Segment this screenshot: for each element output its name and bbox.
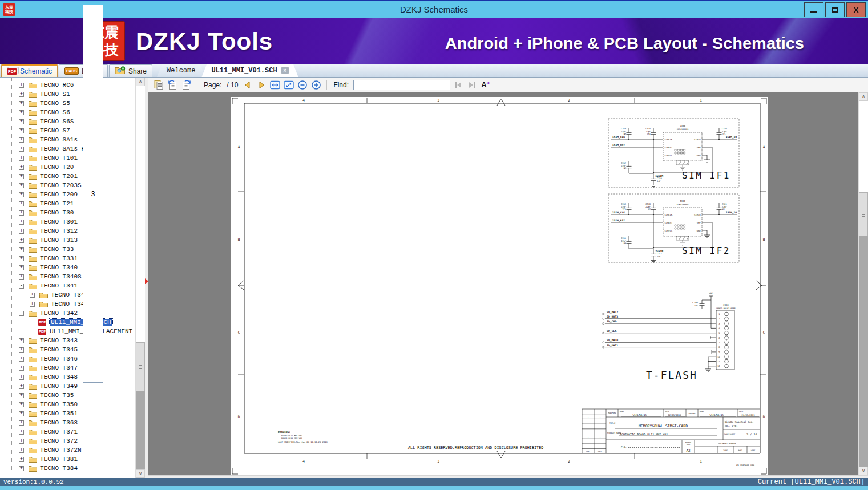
- fit-width-icon[interactable]: [269, 79, 281, 91]
- tree-item-folder[interactable]: +TECNO T201: [0, 172, 135, 181]
- tree-item-folder[interactable]: +TECNO S1: [0, 90, 135, 99]
- tree-item-folder[interactable]: +TECNO T348: [0, 373, 135, 382]
- find-input[interactable]: [353, 80, 450, 90]
- pdf-viewer[interactable]: 44332211AABBCCDD 1SIM_CLK1SIM_RST1SIM_IO…: [148, 92, 858, 475]
- tree-item-folder[interactable]: +TECNO T203S: [0, 181, 135, 191]
- tree-item-folder[interactable]: +TECNO T313: [0, 236, 135, 245]
- tree-item-folder[interactable]: +TECNO T371: [0, 428, 135, 437]
- scrollbar-thumb[interactable]: [136, 342, 145, 391]
- expand-icon[interactable]: +: [30, 293, 35, 298]
- close-button[interactable]: X: [846, 2, 866, 17]
- scroll-down-icon[interactable]: ∨: [859, 467, 868, 475]
- tree-item-folder[interactable]: +TECNO T343: [0, 337, 135, 346]
- expand-icon[interactable]: +: [19, 110, 24, 115]
- tree-item-folder[interactable]: +TECNO T347: [0, 364, 135, 373]
- tree-item-folder[interactable]: +TECNO T21: [0, 200, 135, 209]
- expand-icon[interactable]: +: [19, 366, 24, 371]
- tree-item-folder[interactable]: +TECNO SA1s Pro: [0, 145, 135, 154]
- expand-icon[interactable]: +: [19, 238, 24, 243]
- expand-icon[interactable]: +: [19, 466, 24, 471]
- tree-item-folder[interactable]: +TECNO T346: [0, 355, 135, 364]
- tree-item-file[interactable]: PDFUL11_MMI_V01_PLACEMENT: [0, 327, 135, 337]
- expand-icon[interactable]: +: [19, 457, 24, 462]
- tree-item-folder[interactable]: +TECNO T101: [0, 154, 135, 163]
- prev-page-icon[interactable]: [241, 79, 253, 91]
- tree-item-folder[interactable]: +TECNO T301: [0, 218, 135, 227]
- scroll-up-icon[interactable]: ∧: [859, 92, 868, 101]
- scrollbar-thumb[interactable]: [859, 192, 868, 236]
- tree-item-folder[interactable]: +TECNO T372N: [0, 446, 135, 455]
- maximize-button[interactable]: [825, 2, 845, 17]
- expand-icon[interactable]: +: [19, 420, 24, 426]
- expand-icon[interactable]: +: [19, 201, 24, 206]
- collapse-icon[interactable]: -: [19, 311, 24, 316]
- tree-item-folder[interactable]: +TECNO RC6: [0, 81, 135, 90]
- expand-icon[interactable]: +: [19, 375, 24, 380]
- expand-icon[interactable]: +: [19, 83, 24, 88]
- expand-icon[interactable]: +: [19, 229, 24, 234]
- scroll-down-icon[interactable]: ∨: [136, 469, 145, 478]
- page-input[interactable]: [83, 5, 103, 383]
- tree-item-folder[interactable]: +TECNO T340: [0, 264, 135, 273]
- rotate-right-icon[interactable]: [180, 79, 192, 91]
- expand-icon[interactable]: +: [19, 265, 24, 270]
- expand-icon[interactable]: +: [19, 147, 24, 152]
- tree-item-folder[interactable]: +TECNO T384: [0, 464, 135, 473]
- copy-page-icon[interactable]: [153, 79, 165, 91]
- tree-item-folder[interactable]: +TECNO T349: [0, 382, 135, 391]
- expand-icon[interactable]: +: [30, 302, 35, 307]
- tree-item-folder[interactable]: +TECNO S5: [0, 99, 135, 108]
- sidebar-scrollbar[interactable]: ∧ ∨: [135, 78, 145, 478]
- expand-icon[interactable]: +: [19, 411, 24, 416]
- tree-item-folder[interactable]: +TECNO T341: [0, 300, 135, 309]
- expand-icon[interactable]: +: [19, 274, 24, 280]
- expand-icon[interactable]: +: [19, 247, 24, 252]
- tree-item-folder[interactable]: +TECNO T381: [0, 455, 135, 464]
- tree-item-folder[interactable]: -TECNO T341: [0, 282, 135, 291]
- expand-icon[interactable]: +: [19, 128, 24, 133]
- tab-share[interactable]: Share: [109, 64, 152, 77]
- close-tab-icon[interactable]: ×: [281, 67, 289, 74]
- expand-icon[interactable]: +: [19, 174, 24, 179]
- tree-item-folder[interactable]: +TECNO S6: [0, 108, 135, 118]
- collapse-icon[interactable]: -: [19, 284, 24, 289]
- expand-icon[interactable]: +: [19, 256, 24, 261]
- tree-item-folder[interactable]: +TECNO T363: [0, 419, 135, 428]
- scroll-up-icon[interactable]: ∧: [136, 78, 145, 86]
- scrollbar-track[interactable]: [859, 236, 868, 467]
- expand-icon[interactable]: +: [19, 165, 24, 170]
- find-next-icon[interactable]: [466, 79, 478, 91]
- expand-icon[interactable]: +: [19, 210, 24, 216]
- expand-icon[interactable]: +: [19, 439, 24, 444]
- expand-icon[interactable]: +: [19, 183, 24, 188]
- tree-item-folder[interactable]: +TECNO T345: [0, 346, 135, 355]
- tab-document-sch[interactable]: UL11_MMI_V01.SCH ×: [201, 64, 298, 77]
- expand-icon[interactable]: +: [19, 402, 24, 407]
- tree-item-folder[interactable]: +TECNO T33: [0, 245, 135, 254]
- next-page-icon[interactable]: [255, 79, 267, 91]
- expand-icon[interactable]: +: [19, 393, 24, 398]
- expand-icon[interactable]: +: [19, 347, 24, 353]
- tab-schematic[interactable]: PDF Schematic: [1, 64, 58, 77]
- expand-icon[interactable]: +: [19, 338, 24, 343]
- scrollbar-track[interactable]: [136, 391, 145, 469]
- viewer-scrollbar[interactable]: ∧ ∨: [858, 92, 868, 475]
- expand-icon[interactable]: +: [19, 101, 24, 106]
- tree-item-folder[interactable]: +TECNO T20: [0, 163, 135, 172]
- expand-icon[interactable]: +: [19, 156, 24, 161]
- tree-item-folder[interactable]: +TECNO T351: [0, 410, 135, 419]
- expand-icon[interactable]: +: [19, 220, 24, 225]
- tree-item-folder[interactable]: +TECNO T331: [0, 254, 135, 264]
- expand-icon[interactable]: +: [19, 192, 24, 197]
- tree-item-folder[interactable]: -TECNO T342: [0, 309, 135, 318]
- rotate-left-icon[interactable]: [167, 79, 179, 91]
- tree-item-folder[interactable]: +TECNO S7: [0, 127, 135, 136]
- expand-icon[interactable]: +: [19, 384, 24, 389]
- tab-welcome[interactable]: Welcome: [157, 64, 205, 77]
- tree-item-folder[interactable]: +TECNO T312: [0, 227, 135, 236]
- zoom-out-icon[interactable]: [296, 79, 308, 91]
- expand-icon[interactable]: +: [19, 137, 24, 143]
- tree-item-folder[interactable]: +TECNO T340S: [0, 273, 135, 282]
- fit-page-icon[interactable]: [282, 79, 294, 91]
- tree-item-folder[interactable]: +TECNO SA1s: [0, 136, 135, 145]
